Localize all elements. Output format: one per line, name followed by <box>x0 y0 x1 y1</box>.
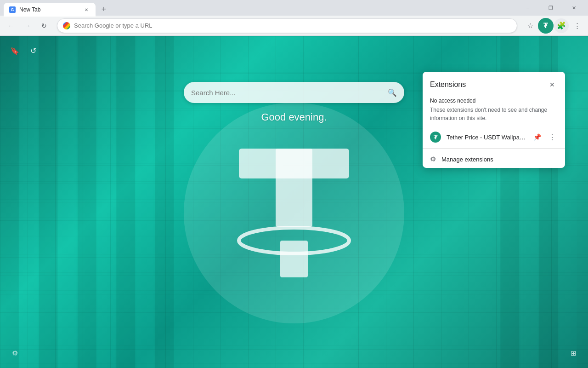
bookmark-icon-button[interactable]: 🔖 <box>7 43 22 58</box>
svg-rect-2 <box>39 36 57 368</box>
tab-title: New Tab <box>19 6 79 13</box>
manage-extensions-label: Manage extensions <box>441 156 493 163</box>
tab-strip: G New Tab ✕ + <box>4 0 517 16</box>
extension-item-tether[interactable]: ₮ Tether Price - USDT Wallpaper... 📌 ⋮ <box>423 128 565 146</box>
top-left-icons: 🔖 ↺ <box>7 43 40 58</box>
svg-rect-7 <box>136 36 154 368</box>
tether-ext-name: Tether Price - USDT Wallpaper... <box>447 134 528 141</box>
svg-rect-5 <box>97 36 115 368</box>
extensions-header: Extensions ✕ <box>423 72 565 94</box>
tether-extension-button[interactable]: ₮ <box>538 18 553 33</box>
svg-rect-1 <box>20 36 38 368</box>
search-bar[interactable]: 🔍 <box>184 82 404 103</box>
maximize-button[interactable]: ❐ <box>540 0 561 16</box>
manage-extensions-item[interactable]: ⚙ Manage extensions <box>423 150 565 168</box>
toolbar-actions: ☆ ₮ 🧩 ⋮ <box>523 18 584 33</box>
svg-rect-4 <box>78 36 96 368</box>
settings-icon-button[interactable]: ⚙ <box>7 346 22 361</box>
toolbar: ← → ↻ ☆ ₮ 🧩 ⋮ <box>0 16 588 36</box>
search-button[interactable]: 🔍 <box>388 88 397 97</box>
back-button[interactable]: ← <box>4 18 18 33</box>
reload-button[interactable]: ↻ <box>37 18 51 33</box>
browser-frame: G New Tab ✕ + − ❐ ✕ ← → ↻ ☆ ₮ 🧩 ⋮ <box>0 0 588 368</box>
tether-logo-svg <box>230 139 358 287</box>
bottom-right-icons: ⊞ <box>566 346 581 361</box>
svg-rect-3 <box>59 36 76 368</box>
apps-icon-button[interactable]: ⊞ <box>566 346 581 361</box>
bottom-left-icons: ⚙ <box>7 346 22 361</box>
tether-ring <box>538 18 554 34</box>
ext-divider <box>423 148 565 149</box>
tether-circle <box>184 103 404 323</box>
window-controls: − ❐ ✕ <box>517 0 584 16</box>
pin-icon: 📌 <box>533 133 541 141</box>
title-bar: G New Tab ✕ + − ❐ ✕ <box>0 0 588 16</box>
svg-rect-6 <box>116 36 135 368</box>
ext-more-button[interactable]: ⋮ <box>547 132 558 143</box>
search-container: 🔍 <box>184 82 404 103</box>
no-access-title: No access needed <box>423 94 565 106</box>
tether-ext-icon: ₮ <box>430 132 441 143</box>
tab-favicon: G <box>9 6 16 13</box>
more-options-button[interactable]: ⋮ <box>570 18 584 33</box>
active-tab[interactable]: G New Tab ✕ <box>4 3 96 17</box>
google-icon <box>63 22 70 29</box>
close-button[interactable]: ✕ <box>563 0 584 16</box>
tab-close-button[interactable]: ✕ <box>83 6 90 13</box>
svg-rect-34 <box>280 241 308 277</box>
address-input[interactable] <box>74 22 511 29</box>
bookmark-star-button[interactable]: ☆ <box>523 18 537 33</box>
extensions-close-button[interactable]: ✕ <box>547 79 558 90</box>
svg-rect-0 <box>0 36 19 368</box>
history-icon-button[interactable]: ↺ <box>26 43 40 58</box>
minimize-button[interactable]: − <box>517 0 538 16</box>
forward-button[interactable]: → <box>20 18 35 33</box>
no-access-desc: These extensions don't need to see and c… <box>423 106 565 128</box>
extensions-puzzle-button[interactable]: 🧩 <box>554 18 569 33</box>
address-bar[interactable] <box>57 18 517 33</box>
search-input[interactable] <box>191 89 384 97</box>
svg-rect-32 <box>276 149 312 227</box>
svg-rect-8 <box>155 36 174 368</box>
extensions-title: Extensions <box>430 80 466 89</box>
manage-gear-icon: ⚙ <box>430 155 436 163</box>
extensions-panel: Extensions ✕ No access needed These exte… <box>423 72 565 168</box>
new-tab-button[interactable]: + <box>97 3 110 16</box>
greeting-text: Good evening. <box>261 111 327 123</box>
new-tab-page: 🔍 Good evening. 🔖 ↺ ⚙ ⊞ Extensions ✕ No … <box>0 36 588 368</box>
